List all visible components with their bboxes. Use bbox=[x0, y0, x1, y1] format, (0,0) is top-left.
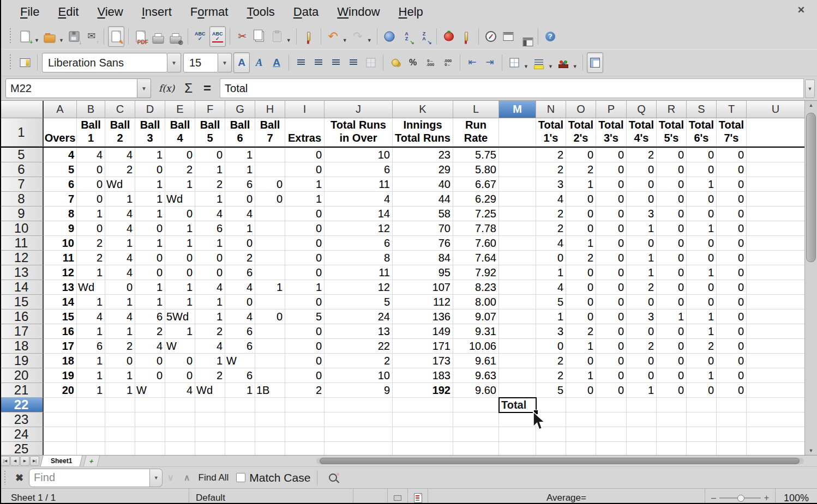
cell-H19[interactable] bbox=[255, 354, 285, 368]
cell-L15[interactable]: 8.00 bbox=[453, 295, 499, 309]
cell-A5[interactable]: 4 bbox=[44, 148, 77, 162]
cell-A20[interactable]: 19 bbox=[44, 368, 77, 383]
cell-R8[interactable]: 0 bbox=[657, 192, 687, 207]
row-header-7[interactable]: 7 bbox=[0, 177, 44, 192]
cell-H5[interactable] bbox=[255, 148, 285, 162]
cell-D9[interactable]: 1 bbox=[135, 207, 165, 221]
cell-M14[interactable] bbox=[499, 280, 536, 295]
cell-P14[interactable]: 0 bbox=[596, 280, 627, 295]
sidebar-icon[interactable] bbox=[17, 52, 33, 73]
row-header-9[interactable]: 9 bbox=[0, 207, 44, 221]
freeze-panes-icon[interactable] bbox=[518, 26, 534, 47]
paste-icon[interactable] bbox=[269, 26, 285, 47]
cell-R7[interactable]: 0 bbox=[657, 177, 687, 192]
zoom-slider-knob[interactable] bbox=[737, 495, 744, 502]
row-header-12[interactable]: 12 bbox=[0, 251, 44, 265]
select-all-corner[interactable] bbox=[0, 101, 44, 118]
find-input[interactable] bbox=[29, 469, 150, 487]
cell-M17[interactable] bbox=[499, 324, 536, 339]
cell-J5[interactable]: 10 bbox=[325, 148, 393, 162]
cell-N9[interactable]: 2 bbox=[536, 207, 566, 221]
send-email-icon[interactable]: ✉↑ bbox=[83, 26, 100, 47]
cell-J6[interactable]: 6 bbox=[325, 162, 393, 177]
cell-P8[interactable]: 0 bbox=[596, 192, 627, 207]
row-header-22[interactable]: 22 bbox=[0, 398, 44, 412]
font-name-value[interactable]: Liberation Sans bbox=[42, 53, 167, 72]
cell-M16[interactable] bbox=[499, 309, 536, 324]
cell-T22[interactable] bbox=[717, 398, 747, 412]
function-wizard-icon[interactable]: f(x) bbox=[159, 83, 175, 94]
column-header-I[interactable]: I bbox=[285, 101, 325, 118]
cell-A21[interactable]: 20 bbox=[44, 383, 77, 398]
cell-T10[interactable]: 0 bbox=[717, 221, 747, 236]
cell-C13[interactable]: 4 bbox=[105, 265, 135, 280]
column-header-B[interactable]: B bbox=[77, 101, 105, 118]
cell-D23[interactable] bbox=[135, 412, 165, 427]
row-header-14[interactable]: 14 bbox=[0, 280, 44, 295]
cell-S24[interactable] bbox=[687, 427, 717, 442]
cell-S13[interactable]: 1 bbox=[687, 265, 717, 280]
cell-K8[interactable]: 44 bbox=[393, 192, 453, 207]
cell-R5[interactable]: 0 bbox=[657, 148, 687, 162]
cell-F22[interactable] bbox=[195, 398, 225, 412]
cell-A15[interactable]: 14 bbox=[44, 295, 77, 309]
cell-Q14[interactable]: 2 bbox=[627, 280, 657, 295]
cell-G20[interactable]: 6 bbox=[225, 368, 255, 383]
column-header-J[interactable]: J bbox=[325, 101, 393, 118]
open-document-icon[interactable] bbox=[41, 26, 58, 47]
background-color-dropdown-icon[interactable]: ▼ bbox=[548, 64, 553, 69]
cell-L22[interactable] bbox=[453, 398, 499, 412]
spelling-icon[interactable]: ABC ✓ bbox=[192, 26, 208, 47]
toolbar-grip[interactable] bbox=[3, 471, 7, 485]
cell-K22[interactable] bbox=[393, 398, 453, 412]
cell-E24[interactable] bbox=[165, 427, 195, 442]
cell-S25[interactable] bbox=[687, 442, 717, 455]
cell-H7[interactable]: 0 bbox=[255, 177, 285, 192]
delete-decimal-place-icon[interactable]: .000 0← bbox=[440, 52, 456, 73]
column-header-D[interactable]: D bbox=[135, 101, 165, 118]
zoom-in-icon[interactable]: + bbox=[761, 493, 772, 503]
cell-K18[interactable]: 171 bbox=[393, 339, 453, 354]
cell-T21[interactable]: 0 bbox=[717, 383, 747, 398]
column-header-Q[interactable]: Q bbox=[627, 101, 657, 118]
cell-I19[interactable]: 0 bbox=[285, 354, 325, 368]
cell-P16[interactable]: 0 bbox=[596, 309, 627, 324]
cell-M20[interactable] bbox=[499, 368, 536, 383]
cell-S5[interactable]: 0 bbox=[687, 148, 717, 162]
background-color-icon[interactable] bbox=[531, 52, 547, 73]
column-header-P[interactable]: P bbox=[596, 101, 627, 118]
cell-G15[interactable]: 0 bbox=[225, 295, 255, 309]
cell-B21[interactable]: 1 bbox=[77, 383, 105, 398]
cell-O21[interactable]: 0 bbox=[566, 383, 596, 398]
tab-previous-icon[interactable]: ◀ bbox=[10, 456, 20, 466]
column-header-H[interactable]: H bbox=[255, 101, 285, 118]
cell-U5[interactable] bbox=[747, 148, 805, 162]
cell-Q16[interactable]: 3 bbox=[627, 309, 657, 324]
cell-F24[interactable] bbox=[195, 427, 225, 442]
zoom-out-icon[interactable]: – bbox=[708, 493, 719, 503]
cell-F23[interactable] bbox=[195, 412, 225, 427]
font-color-icon[interactable] bbox=[555, 52, 572, 73]
cell-N21[interactable]: 5 bbox=[536, 383, 566, 398]
cell-A22[interactable] bbox=[44, 398, 77, 412]
cell-N17[interactable]: 3 bbox=[536, 324, 566, 339]
cell-M12[interactable] bbox=[499, 251, 536, 265]
menu-help[interactable]: Help bbox=[389, 3, 432, 21]
selection-mode-icon[interactable] bbox=[388, 495, 407, 501]
export-pdf-icon[interactable]: PDF bbox=[133, 26, 149, 47]
cell-Q9[interactable]: 3 bbox=[627, 207, 657, 221]
cell-N12[interactable]: 0 bbox=[536, 251, 566, 265]
menu-window[interactable]: Window bbox=[328, 3, 389, 21]
chevron-down-icon[interactable]: ▼ bbox=[137, 78, 151, 98]
cell-J16[interactable]: 24 bbox=[325, 309, 393, 324]
column-header-F[interactable]: F bbox=[195, 101, 225, 118]
cell-N6[interactable]: 2 bbox=[536, 162, 566, 177]
cell-G23[interactable] bbox=[225, 412, 255, 427]
find-next-icon[interactable]: ∨ bbox=[167, 472, 174, 483]
auto-spellcheck-icon[interactable]: ABC ✓ bbox=[209, 26, 226, 47]
cell-S16[interactable]: 1 bbox=[687, 309, 717, 324]
add-sheet-icon[interactable]: + bbox=[83, 456, 100, 466]
copy-icon[interactable] bbox=[251, 26, 268, 47]
cell-I10[interactable]: 0 bbox=[285, 221, 325, 236]
cell-M23[interactable] bbox=[499, 412, 536, 427]
